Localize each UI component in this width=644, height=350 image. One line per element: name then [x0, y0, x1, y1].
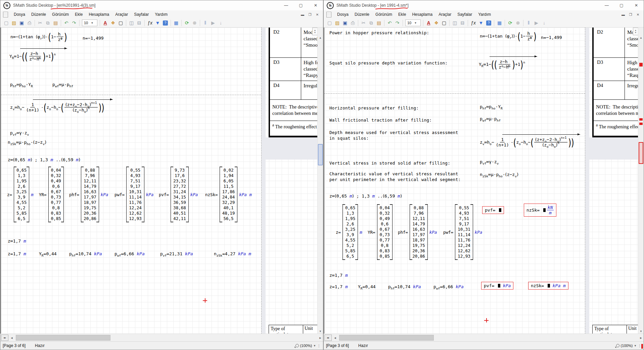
horizontal-scrollbar[interactable]: ◂▸ ◄ ►	[0, 334, 323, 342]
scroll-down-icon[interactable]: ▼	[318, 329, 323, 334]
error-box-nzsk-result[interactable]: nzSk= kPa m	[528, 282, 568, 290]
formula-yr-definition[interactable]: YR≔1−((z−hozo−ho)+1)n	[9, 51, 56, 61]
formula-z-range[interactable]: z≔(0,65 m) ; 1,3 m ..(6,59 m)	[8, 157, 80, 162]
result-phf[interactable]: phf=10,74 kPa	[69, 251, 102, 256]
formula-phf-definition[interactable]: phf≔pho·YR	[10, 82, 33, 87]
formula-z-set[interactable]: z≔1,7 m	[8, 238, 26, 244]
step-icon[interactable]: ↓	[217, 19, 224, 27]
maximize-button[interactable]: ▢	[293, 0, 308, 10]
text-region[interactable]: per unit perimeter in the vertical walle…	[329, 177, 461, 182]
zoom-dropdown-icon[interactable]: ▼	[634, 344, 637, 347]
text-region[interactable]: Power in hopper pressure relationship:	[329, 30, 429, 35]
copy-icon[interactable]: ⧉	[44, 19, 51, 27]
result-pwf[interactable]: pwf=6,66 kPa	[114, 251, 145, 256]
horizontal-scrollbar[interactable]: ◂▸ ◄ ►	[324, 334, 644, 342]
help-icon[interactable]: ?	[163, 20, 168, 26]
help-icon[interactable]: ?	[486, 20, 491, 26]
font-size-select[interactable]: 10▼	[82, 19, 97, 26]
scroll-up-icon[interactable]: ▲	[638, 35, 644, 40]
formula-pvf-definition[interactable]: pvf≔γ·zv	[480, 159, 499, 164]
scroll-right-icon[interactable]: ►	[318, 336, 323, 340]
matrix-yr[interactable]: YR=0,040,320,490,60,670,730,770,80,830,8…	[368, 204, 393, 260]
text-region[interactable]: Wall frictional traction after filling:	[329, 118, 432, 123]
paste-icon[interactable]: ▤	[52, 19, 59, 27]
title-bar[interactable]: S SMath Studio Desktop - [en 1991-4.sm*]…	[324, 0, 644, 11]
text-region[interactable]: Squat silo pressure depth variation func…	[329, 60, 448, 65]
show-panel-icon[interactable]: ▦	[496, 19, 503, 27]
scroll-left-icon[interactable]: ◄	[9, 336, 14, 340]
error-box-pvf[interactable]: pvf=	[482, 206, 504, 214]
interrupt-icon[interactable]: ⊗	[514, 19, 521, 27]
menu-item-ekle[interactable]: Ekle	[395, 11, 409, 18]
vertical-scrollbar[interactable]: ▲ ▼	[638, 28, 644, 334]
function-icon[interactable]: ƒx	[470, 19, 477, 27]
align-horizontal-icon[interactable]: ◫	[128, 19, 135, 27]
text-region[interactable]: in squat silos:	[329, 136, 369, 141]
menu-item-araçlar[interactable]: Araçlar	[435, 11, 454, 18]
doc-close-icon[interactable]: ✕	[314, 13, 320, 16]
border-icon[interactable]: ▢	[117, 19, 124, 27]
matrix-phf[interactable]: phf=0,887,9612,1114,7916,6317,9718,9719,…	[69, 167, 108, 222]
undo-icon[interactable]: ↶	[63, 19, 70, 27]
cut-icon[interactable]: ✂	[37, 19, 44, 27]
show-panel-icon[interactable]: ▦	[173, 19, 180, 27]
vertical-scrollbar[interactable]: ▲ ▼	[317, 28, 323, 334]
copy-icon[interactable]: ⧉	[368, 19, 375, 27]
formula-zv-definition[interactable]: zv≔ho−1(n+1)·(zo−ho−((z+zo−2·ho)n+1(zo−h…	[480, 137, 574, 147]
error-box-nzsk[interactable]: nzSk= kNm	[524, 204, 556, 217]
menu-item-görünüm[interactable]: Görünüm	[49, 11, 72, 18]
scroll-left-icon[interactable]: ◄	[332, 336, 338, 340]
pause-icon[interactable]: ‖	[525, 19, 532, 27]
doc-minimize-icon[interactable]: ▬	[620, 13, 626, 16]
new-file-icon[interactable]: ▢	[3, 19, 10, 27]
doc-close-icon[interactable]: ✕	[635, 13, 641, 16]
text-region[interactable]: Vertical stress in stored solid after fi…	[329, 161, 450, 166]
formula-yr-definition[interactable]: YR≔1−((z−hozo−ho)+1)n	[479, 59, 525, 70]
open-file-icon[interactable]: ▨	[10, 19, 17, 27]
doc-minimize-icon[interactable]: ▬	[300, 13, 306, 16]
result-yr[interactable]: YR=0,44	[39, 251, 57, 256]
open-file-icon[interactable]: ▨	[334, 19, 341, 27]
play-icon[interactable]: ▶	[210, 19, 217, 27]
formula-z-range[interactable]: z≔(0,65 m) ; 1,3 m ..(6,59 m)	[329, 193, 402, 199]
matrix-z[interactable]: z=0,651,31,952,63,253,94,555,25,856,5m	[7, 167, 34, 222]
text-region[interactable]: Characteristic value of vertical stress …	[329, 171, 458, 176]
result-pwf[interactable]: pwf=6,66 kPa	[433, 284, 464, 289]
filter-icon[interactable]: ▼	[477, 19, 485, 27]
minimize-button[interactable]: —	[279, 0, 293, 10]
error-box-pvf-result[interactable]: pvf= kPa	[481, 282, 513, 290]
font-color-icon[interactable]: A	[425, 19, 432, 27]
worksheet-canvas[interactable]: Power in hopper pressure relationship: n…	[324, 28, 644, 334]
page-spinner[interactable]: ▲▼	[633, 28, 638, 35]
formula-phf-definition[interactable]: phf≔pho·YR	[480, 104, 503, 109]
result-pvf[interactable]: pvf=21,31 kPa	[160, 251, 193, 256]
redo-icon[interactable]: ↷	[394, 19, 401, 27]
menu-item-dosya[interactable]: Dosya	[11, 11, 28, 18]
scroll-down-icon[interactable]: ▼	[638, 329, 644, 334]
play-icon[interactable]: ▶	[533, 19, 540, 27]
cut-icon[interactable]: ✂	[360, 19, 367, 27]
text-region[interactable]: Horizontal pressure after filling:	[329, 105, 419, 111]
formula-n-definition[interactable]: n≔−(1+tan (φr))·(1−hozo)	[480, 31, 537, 41]
matrix-pwf[interactable]: pwf=0,554,937,519,1710,3111,1411,7612,24…	[443, 204, 482, 260]
split-view-icon[interactable]: ◂▸	[1, 335, 8, 341]
scrollbar-thumb[interactable]	[639, 142, 643, 164]
formula-nzsk-definition[interactable]: nzSk≔μ·pho·(z−zv)	[8, 140, 46, 145]
zoom-level[interactable]: (100%)	[300, 344, 312, 348]
formula-z-set[interactable]: z≔1,7 m	[329, 273, 348, 278]
title-bar[interactable]: S SMath Studio Desktop - [en%201991-4(3)…	[0, 0, 323, 11]
scroll-right-icon[interactable]: ►	[638, 336, 644, 340]
result-phf[interactable]: phf=10,74 kPa	[388, 284, 421, 289]
menu-item-düzenle[interactable]: Düzenle	[352, 11, 372, 18]
scrollbar-thumb[interactable]	[318, 144, 323, 165]
menu-item-düzenle[interactable]: Düzenle	[28, 11, 49, 18]
filter-icon[interactable]: ▼	[154, 19, 161, 27]
step-icon[interactable]: ↓	[541, 19, 548, 27]
matrix-pwf[interactable]: pwf=0,554,937,519,1710,3111,1411,7612,24…	[114, 167, 153, 222]
matrix-phf[interactable]: phf=0,887,9612,1114,7916,6317,9718,9719,…	[398, 204, 437, 260]
formula-pvf-definition[interactable]: pvf≔γ·zv	[10, 130, 29, 135]
result-yr[interactable]: YR=0,44	[358, 284, 376, 289]
zoom-level[interactable]: (100%)	[621, 344, 633, 348]
font-size-select[interactable]: 10▼	[405, 19, 421, 26]
background-color-icon[interactable]: ❖	[109, 19, 117, 27]
